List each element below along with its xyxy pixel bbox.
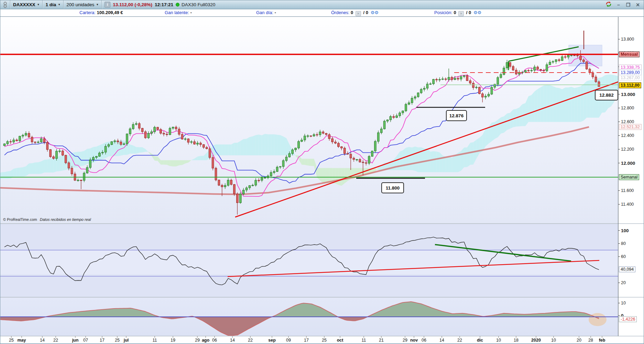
date-axis-tick[interactable]: 09 xyxy=(286,338,291,343)
price-axis-tick[interactable]: 13.000 xyxy=(621,92,635,97)
annotation-12876[interactable]: 12.876 xyxy=(446,110,467,121)
realtime-data-text: Datos recibidos en tiempo real xyxy=(40,217,91,222)
price-axis-tick[interactable]: 11.600 xyxy=(621,188,634,193)
date-axis-tick[interactable]: may xyxy=(17,338,26,343)
date-axis-tick[interactable]: 25 xyxy=(322,338,327,343)
price-axis-tick[interactable]: 12.400 xyxy=(621,133,634,138)
price-axis-tick[interactable]: 12.200 xyxy=(621,147,634,152)
date-axis-tick[interactable]: nov xyxy=(410,338,418,343)
date-axis-tick[interactable]: 18 xyxy=(514,338,519,343)
copyright-notice: © ProRealTime.comDatos recibidos en tiem… xyxy=(3,217,91,222)
date-axis-tick[interactable]: 06 xyxy=(212,338,217,343)
oscillator-axis-tick[interactable]: 10 xyxy=(621,301,626,305)
date-axis-tick[interactable]: 06 xyxy=(422,338,426,343)
date-axis-tick[interactable]: jun xyxy=(72,338,79,343)
date-axis-tick[interactable]: 22 xyxy=(53,338,58,343)
date-axis-tick[interactable]: dic xyxy=(477,338,483,343)
date-axis-tick[interactable]: 25 xyxy=(115,338,120,343)
date-axis-tick[interactable]: feb xyxy=(599,338,605,343)
date-axis-tick[interactable]: oct xyxy=(337,338,343,343)
semanal-level-tag: Semanal xyxy=(619,174,639,180)
date-axis-tick[interactable]: 2020 xyxy=(531,338,541,343)
price-axis-tick[interactable]: 11.400 xyxy=(621,202,634,207)
date-axis-tick[interactable]: 11 xyxy=(362,338,366,343)
rsi-axis-tick[interactable]: 60 xyxy=(621,254,626,259)
price-axis-tick[interactable]: 13.800 xyxy=(621,37,634,42)
date-axis-tick[interactable]: 28 xyxy=(588,338,593,343)
price-axis-tick[interactable]: 12.800 xyxy=(621,106,634,110)
rsi-axis-tick[interactable]: 80 xyxy=(621,241,626,246)
date-axis-tick[interactable]: 14 xyxy=(40,338,45,343)
date-axis-tick[interactable]: 22 xyxy=(248,338,253,343)
price-axis-tick[interactable]: 12.000 xyxy=(621,161,635,166)
date-axis-tick[interactable]: 25 xyxy=(9,338,14,343)
price-axis-tick[interactable]: 12.600 xyxy=(621,119,634,124)
date-axis-tick[interactable]: 21 xyxy=(379,338,384,343)
ma-value-tag: 12.521,32 xyxy=(619,124,642,130)
date-axis-tick[interactable]: jul xyxy=(124,338,129,343)
date-axis-tick[interactable]: 29 xyxy=(403,338,407,343)
date-axis-tick[interactable]: 20 xyxy=(577,338,581,343)
annotation-12882[interactable]: 12.882 xyxy=(595,90,618,100)
annotation-11800[interactable]: 11.800 xyxy=(381,182,404,193)
copyright-text: © ProRealTime.com xyxy=(3,217,37,222)
mensual-level-tag: Mensual xyxy=(619,52,640,57)
date-axis-tick[interactable]: 14 xyxy=(230,338,235,343)
date-axis-tick[interactable]: 11 xyxy=(153,338,157,343)
oscillator-value-tag: -1,4226 xyxy=(619,316,637,322)
date-axis-tick[interactable]: 17 xyxy=(304,338,309,343)
date-axis-tick[interactable]: sep xyxy=(268,338,276,343)
date-axis-tick[interactable]: 29 xyxy=(195,338,200,343)
date-axis-tick[interactable]: 19 xyxy=(171,338,175,343)
date-axis-tick[interactable]: 22 xyxy=(457,338,462,343)
date-axis-tick[interactable]: ago xyxy=(202,338,209,343)
rsi-axis-tick[interactable]: 20 xyxy=(621,280,626,285)
price-chart[interactable] xyxy=(0,0,644,344)
date-axis-tick[interactable]: 14 xyxy=(439,338,444,343)
date-axis-tick[interactable]: 10 xyxy=(551,338,556,343)
date-axis-tick[interactable]: 17 xyxy=(100,338,105,343)
ghost-value-tag: 13.267,00 xyxy=(619,75,642,81)
date-axis-tick[interactable]: 10 xyxy=(496,338,501,343)
last-price-tag: 13.112,00 xyxy=(619,83,641,88)
date-axis-tick[interactable]: 07 xyxy=(83,338,88,343)
rsi-axis-tick[interactable]: 100 xyxy=(621,228,629,233)
rsi-value-tag: 40,094 xyxy=(619,267,635,272)
